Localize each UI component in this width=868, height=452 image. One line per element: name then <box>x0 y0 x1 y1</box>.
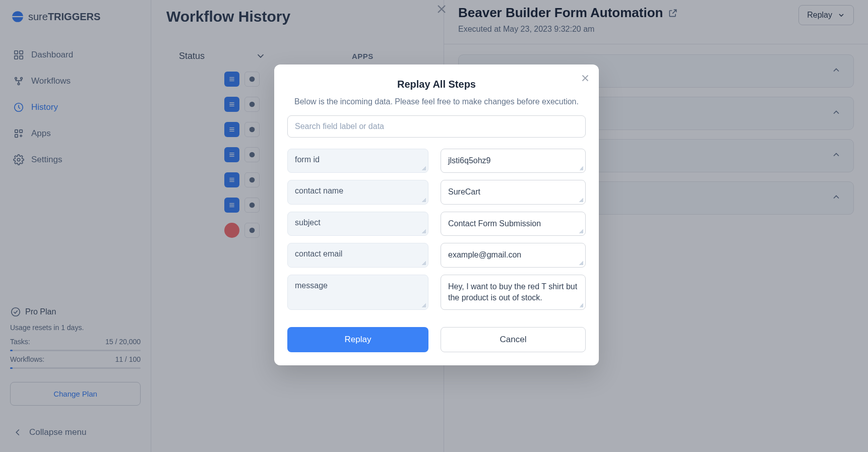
field-value[interactable]: Contact Form Submission <box>441 212 586 236</box>
field-value[interactable]: SureCart <box>441 180 586 204</box>
field-row: message Hey, I want to buy the red T shi… <box>287 275 586 310</box>
replay-modal: Replay All Steps Below is the incoming d… <box>274 64 599 365</box>
field-label[interactable]: form id <box>287 149 428 173</box>
modal-subtitle: Below is the incoming data. Please feel … <box>287 97 586 106</box>
field-label[interactable]: contact name <box>287 180 428 204</box>
replay-button[interactable]: Replay <box>287 327 428 352</box>
field-value[interactable]: jlsti6q5ohz9 <box>441 149 586 173</box>
field-label[interactable]: subject <box>287 212 428 236</box>
field-label[interactable]: message <box>287 275 428 310</box>
search-input[interactable] <box>287 115 586 138</box>
modal-title: Replay All Steps <box>287 79 586 90</box>
field-row: subject Contact Form Submission <box>287 212 586 236</box>
field-row: contact email example@gmail.con <box>287 243 586 267</box>
modal-actions: Replay Cancel <box>287 327 586 352</box>
field-row: form id jlsti6q5ohz9 <box>287 149 586 173</box>
close-icon[interactable] <box>580 73 591 86</box>
cancel-button[interactable]: Cancel <box>441 327 586 352</box>
field-value[interactable]: example@gmail.con <box>441 243 586 267</box>
field-row: contact name SureCart <box>287 180 586 204</box>
field-label[interactable]: contact email <box>287 243 428 267</box>
field-value[interactable]: Hey, I want to buy the red T shirt but t… <box>441 275 586 310</box>
